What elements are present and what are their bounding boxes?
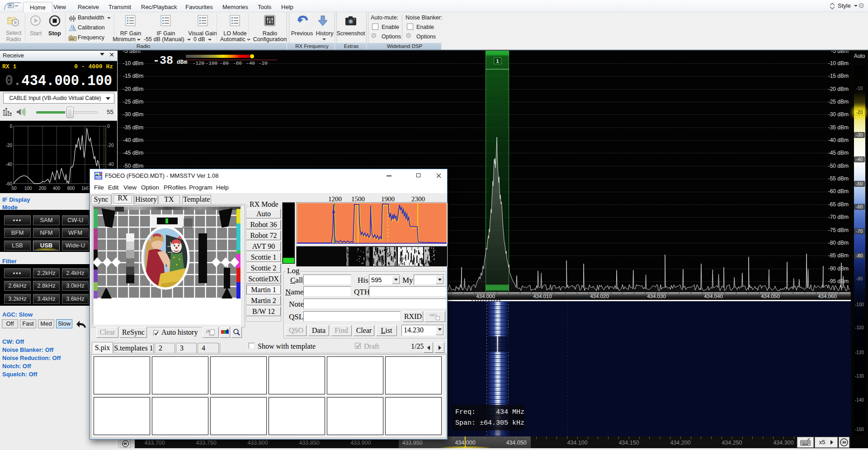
svg-text:0: 0 (107, 124, 110, 129)
svg-text:200: 200 (39, 186, 47, 191)
svg-text:800: 800 (67, 186, 75, 191)
svg-text:400: 400 (53, 186, 61, 191)
svg-text:SSTV: SSTV (95, 176, 102, 179)
svg-text:50: 50 (11, 186, 17, 191)
svg-text:-40: -40 (107, 162, 114, 167)
svg-text:-20: -20 (107, 143, 114, 148)
svg-text:100: 100 (24, 186, 32, 191)
svg-text:0: 0 (9, 124, 12, 129)
svg-text:-20: -20 (6, 143, 13, 148)
svg-text:-40: -40 (6, 162, 13, 167)
svg-text:1k6: 1k6 (81, 186, 89, 191)
